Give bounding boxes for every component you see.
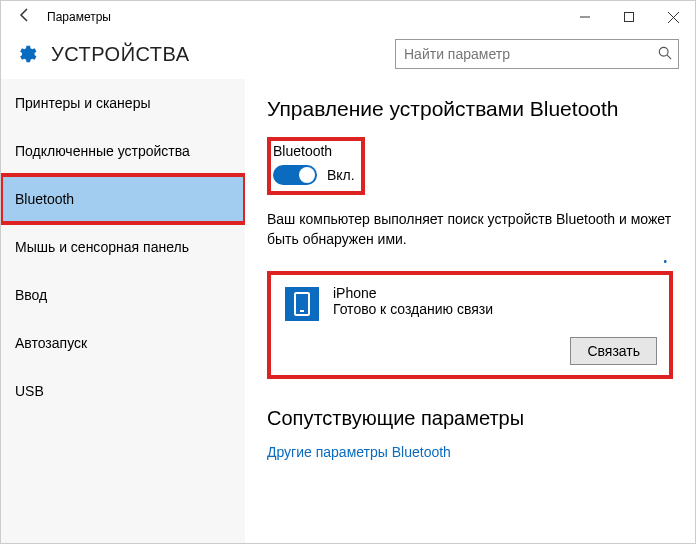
sidebar-item-label: Принтеры и сканеры [15, 95, 150, 111]
bluetooth-label: Bluetooth [273, 143, 355, 159]
sidebar-item-printers[interactable]: Принтеры и сканеры [1, 79, 245, 127]
sidebar-item-label: Ввод [15, 287, 47, 303]
pair-button[interactable]: Связать [570, 337, 657, 365]
header: УСТРОЙСТВА Найти параметр [1, 33, 695, 79]
window-controls [563, 1, 695, 33]
search-placeholder: Найти параметр [404, 46, 510, 62]
other-bluetooth-settings-link[interactable]: Другие параметры Bluetooth [267, 444, 673, 460]
back-button[interactable] [9, 7, 41, 28]
sidebar-item-label: Мышь и сенсорная панель [15, 239, 189, 255]
sidebar-item-mouse-touchpad[interactable]: Мышь и сенсорная панель [1, 223, 245, 271]
sidebar-item-label: Bluetooth [15, 191, 74, 207]
bluetooth-state: Вкл. [327, 167, 355, 183]
bluetooth-description: Ваш компьютер выполняет поиск устройств … [267, 209, 673, 250]
svg-rect-1 [625, 13, 634, 22]
close-button[interactable] [651, 1, 695, 33]
phone-icon [285, 287, 319, 321]
sidebar-item-label: Автозапуск [15, 335, 87, 351]
sidebar: Принтеры и сканеры Подключенные устройст… [1, 79, 245, 544]
device-block: iPhone Готово к созданию связи Связать [267, 271, 673, 379]
related-settings-heading: Сопутствующие параметры [267, 407, 673, 430]
search-input[interactable]: Найти параметр [395, 39, 679, 69]
device-row[interactable]: iPhone Готово к созданию связи [281, 285, 659, 321]
sidebar-item-usb[interactable]: USB [1, 367, 245, 415]
device-status: Готово к созданию связи [333, 301, 493, 317]
maximize-button[interactable] [607, 1, 651, 33]
scroll-indicator: • [267, 256, 673, 267]
search-icon [658, 46, 672, 63]
titlebar: Параметры [1, 1, 695, 33]
minimize-button[interactable] [563, 1, 607, 33]
bluetooth-toggle-block: Bluetooth Вкл. [267, 137, 365, 195]
content-pane: Управление устройствами Bluetooth Blueto… [245, 79, 695, 544]
svg-point-4 [659, 47, 668, 56]
page-heading: УСТРОЙСТВА [51, 43, 190, 66]
window-title: Параметры [47, 10, 111, 24]
sidebar-item-bluetooth[interactable]: Bluetooth [1, 175, 245, 223]
svg-line-5 [667, 55, 671, 59]
device-name: iPhone [333, 285, 493, 301]
bluetooth-toggle[interactable] [273, 165, 317, 185]
sidebar-item-connected-devices[interactable]: Подключенные устройства [1, 127, 245, 175]
sidebar-item-label: Подключенные устройства [15, 143, 190, 159]
sidebar-item-typing[interactable]: Ввод [1, 271, 245, 319]
sidebar-item-autoplay[interactable]: Автозапуск [1, 319, 245, 367]
content-title: Управление устройствами Bluetooth [267, 97, 673, 121]
settings-gear-icon [15, 43, 37, 65]
sidebar-item-label: USB [15, 383, 44, 399]
